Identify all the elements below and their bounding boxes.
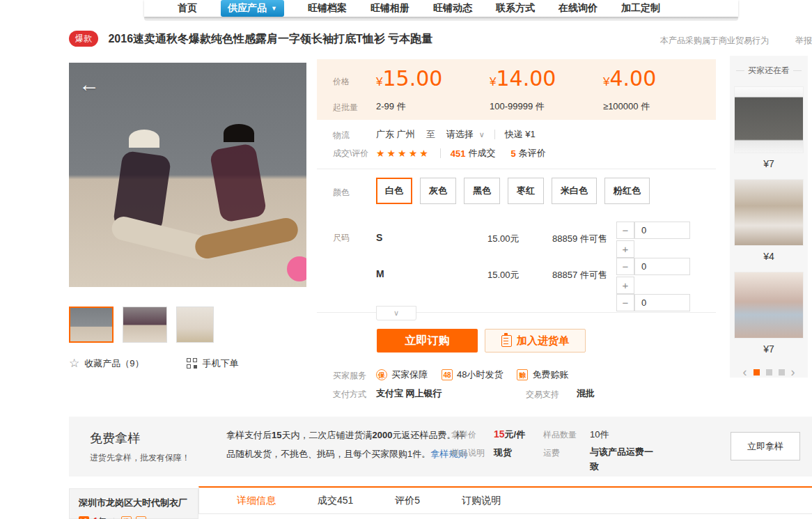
plus-button[interactable]: +	[616, 240, 634, 258]
48h-icon: 48	[442, 369, 453, 380]
size-row-name: S	[376, 232, 382, 243]
logistics-label: 物流	[333, 130, 350, 141]
color-option-maroon[interactable]: 枣红	[508, 178, 544, 204]
color-option-pink[interactable]: 粉红色	[604, 178, 650, 204]
expand-sizes-button[interactable]: ∨	[376, 306, 416, 320]
pager-dot-1[interactable]	[754, 369, 760, 375]
chevron-down-icon: ∨	[393, 309, 399, 317]
rating-label: 成交\评价	[333, 148, 368, 160]
trade-support-label: 交易支持	[526, 389, 559, 401]
service-text: 48小时发货	[457, 369, 503, 381]
recommended-item-3: ¥7	[730, 272, 808, 355]
tab-deals[interactable]: 成交451	[297, 495, 374, 507]
recommended-price-3: ¥7	[730, 343, 808, 355]
thumbnail-3[interactable]	[176, 307, 214, 343]
sample-freight-label: 运费	[543, 447, 560, 459]
nav-shop-news[interactable]: 旺铺动态	[433, 2, 472, 15]
recommendations-pager: ‹ ›	[730, 366, 808, 378]
sample-title: 免费拿样	[90, 430, 140, 447]
favorite-button[interactable]: ☆ 收藏产品（9）	[69, 356, 143, 371]
color-option-white[interactable]: 白色	[376, 178, 412, 204]
sample-desc-text: 拿样支付后	[226, 430, 272, 440]
color-option-gray[interactable]: 灰色	[420, 178, 456, 204]
nav-products[interactable]: 供应产品 ▼	[221, 0, 284, 17]
service-guarantee[interactable]: 保 买家保障	[376, 369, 428, 381]
thumbnail-2[interactable]	[123, 307, 167, 343]
credit-icon: 赊	[517, 369, 528, 380]
tab-details[interactable]: 详细信息	[216, 495, 297, 507]
prev-image-arrow-icon[interactable]: ←	[79, 74, 100, 95]
sample-desc-label: 样品说明	[451, 447, 485, 459]
nav-shop-profile[interactable]: 旺铺档案	[308, 2, 347, 15]
order-now-button[interactable]: 立即订购	[377, 329, 478, 353]
pager-prev-icon[interactable]: ‹	[743, 366, 747, 378]
image-detail	[224, 124, 254, 142]
free-sample-panel: 免费拿样 进货先拿样，批发有保障！ 拿样支付后15天内，二次店铺进货满2000元…	[69, 417, 812, 477]
pager-next-icon[interactable]: ›	[791, 366, 795, 378]
price-value: 15.00	[382, 66, 442, 91]
tab-reviews[interactable]: 评价5	[374, 495, 441, 507]
mobile-order-label: 手机下单	[202, 357, 238, 370]
recommendations-sidebar: 买家还在看 ¥7 ¥4 ¥7 ‹ ›	[730, 56, 808, 378]
nav-contact[interactable]: 联系方式	[496, 2, 535, 15]
report-link[interactable]: 举报	[795, 35, 812, 47]
quantity-input[interactable]	[634, 294, 690, 311]
recommendations-title-row: 买家还在看	[730, 65, 808, 77]
nav-shop-album[interactable]: 旺铺相册	[370, 2, 409, 15]
destination-select[interactable]: 请选择 ∨	[446, 128, 485, 141]
service-48h-shipping[interactable]: 48 48小时发货	[442, 369, 503, 381]
qr-code-icon	[187, 358, 197, 369]
recommended-image-3[interactable]	[734, 272, 804, 339]
deals-count[interactable]: 451	[451, 148, 466, 159]
moq-label: 起批量	[333, 102, 358, 114]
minus-button[interactable]: −	[616, 258, 634, 275]
recommended-item-2: ¥4	[730, 179, 808, 262]
seller-years-number: 1	[93, 516, 98, 519]
pager-dot-3[interactable]	[779, 369, 785, 375]
minus-button[interactable]: −	[616, 222, 634, 239]
recommended-item-1: ¥7	[730, 86, 808, 169]
add-to-cart-button[interactable]: 加入进货单	[485, 329, 586, 353]
sample-freight-value: 与该产品运费一致	[590, 444, 657, 474]
thumbnail-1[interactable]	[69, 307, 114, 343]
recommended-price-1: ¥7	[730, 158, 808, 169]
nav-custom[interactable]: 加工定制	[621, 2, 660, 15]
sample-subtitle: 进货先拿样，批发有保障！	[90, 452, 190, 464]
color-option-offwhite[interactable]: 米白色	[552, 178, 597, 204]
price-tier-2: ¥14.00	[490, 66, 556, 91]
seller-name[interactable]: 深圳市龙岗区大时代制衣厂	[79, 497, 189, 509]
seller-badges: 诚 1年 保	[79, 516, 189, 519]
size-row-name: M	[376, 268, 384, 279]
sample-description: 拿样支付后15天内，二次店铺进货满2000元返还样品费。样品随机发货，不挑色、挑…	[226, 426, 469, 463]
gallery-actions: ☆ 收藏产品（9） 手机下单	[69, 356, 238, 371]
main-product-image[interactable]: ←	[69, 63, 306, 287]
color-options: 白色 灰色 黑色 枣红 米白色 粉红色	[376, 178, 650, 204]
favorite-label: 收藏产品（9）	[84, 357, 143, 370]
plus-button[interactable]: +	[616, 277, 634, 294]
image-detail	[287, 256, 306, 281]
sample-desc-text: 天内，二次店铺进货满	[281, 430, 372, 440]
pager-dot-2[interactable]	[766, 369, 772, 375]
logistics-to: 至	[426, 128, 435, 141]
express-fee: 快递 ¥1	[505, 128, 536, 141]
service-text: 免费赊账	[532, 369, 568, 381]
add-to-cart-label: 加入进货单	[517, 334, 569, 348]
nav-home[interactable]: 首页	[178, 2, 197, 15]
recommended-image-1[interactable]	[734, 86, 804, 153]
color-label: 颜色	[333, 187, 350, 199]
hot-badge: 爆款	[69, 31, 98, 47]
logistics-row: 广东 广州 至 请选择 ∨ 快递 ¥1	[376, 128, 536, 141]
get-sample-button[interactable]: 立即拿样	[731, 432, 800, 460]
quantity-input[interactable]	[634, 258, 690, 275]
seller-years-suffix: 年	[98, 516, 107, 519]
minus-button[interactable]: −	[616, 294, 634, 311]
tab-order-info[interactable]: 订购说明	[441, 495, 522, 507]
reviews-count[interactable]: 5	[510, 148, 515, 159]
size-row-price: 15.00元	[487, 269, 520, 281]
quantity-input[interactable]	[634, 222, 690, 239]
recommended-image-2[interactable]	[734, 179, 804, 246]
nav-inquiry[interactable]: 在线询价	[559, 2, 598, 15]
mobile-order-button[interactable]: 手机下单	[187, 357, 238, 370]
service-credit[interactable]: 赊 免费赊账	[517, 369, 568, 381]
color-option-black[interactable]: 黑色	[464, 178, 500, 204]
